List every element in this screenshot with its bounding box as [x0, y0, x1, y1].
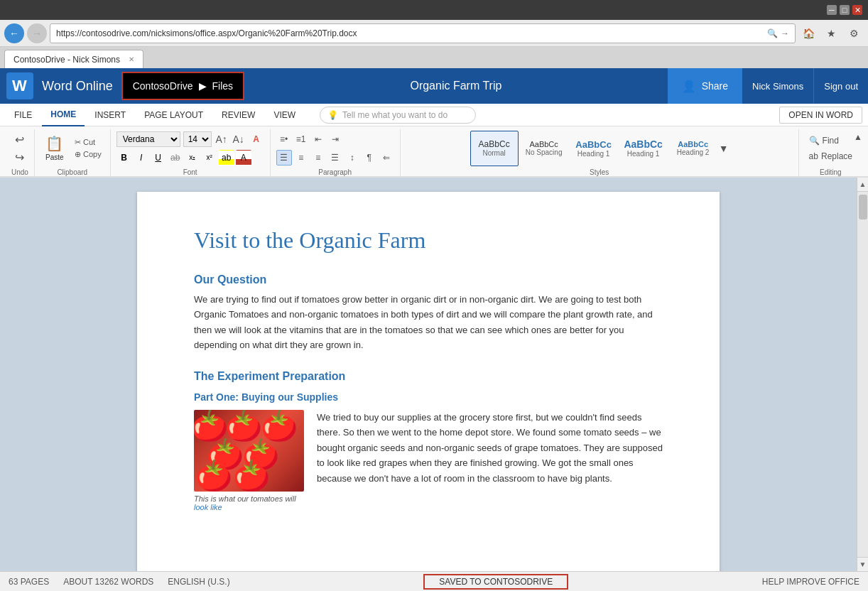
align-right-button[interactable]: ≡	[310, 150, 326, 166]
settings-icon[interactable]: ⚙	[844, 23, 864, 43]
forward-button[interactable]: →	[27, 23, 47, 43]
scrollbar[interactable]: ▲ ▼	[857, 178, 868, 571]
home-icon[interactable]: 🏠	[798, 23, 818, 43]
styles-gallery-arrow[interactable]: ▼	[719, 131, 729, 166]
highlight-button[interactable]: ab	[219, 150, 234, 166]
breadcrumb-separator: ▶	[199, 80, 207, 92]
sign-out-button[interactable]: Sign out	[813, 68, 868, 104]
show-paragraph-button[interactable]: ¶	[362, 150, 377, 166]
replace-label: Replace	[821, 151, 852, 161]
document-area: Visit to the Organic Farm Our Question W…	[0, 178, 868, 571]
undo-button[interactable]: ↩	[12, 131, 27, 148]
section2-content-row: 🍅 🍅 🍅 🍅 🍅 🍅 🍅 This is what our tomatoes …	[194, 410, 663, 511]
style-no-spacing-preview: AaBbCc	[529, 140, 558, 148]
subscript-button[interactable]: x₂	[185, 150, 200, 166]
favorites-icon[interactable]: ★	[821, 23, 841, 43]
style-no-spacing[interactable]: AaBbCc No Spacing	[520, 131, 568, 166]
section1-heading: Our Question	[194, 273, 663, 286]
undo-group: ↩ ↪ Undo	[6, 129, 35, 176]
open-in-word-button[interactable]: OPEN IN WORD	[779, 107, 862, 124]
line-spacing-button[interactable]: ↕	[345, 150, 360, 166]
tab-insert[interactable]: INSERT	[86, 104, 134, 126]
status-center: SAVED TO CONTOSODRIVE	[230, 574, 762, 590]
minimize-button[interactable]: ─	[827, 5, 837, 15]
share-button[interactable]: 👤 Share	[668, 68, 742, 104]
tab-review[interactable]: REVIEW	[213, 104, 264, 126]
section2-subsection: Part One: Buying our Supplies	[194, 391, 663, 403]
back-button[interactable]: ←	[4, 23, 24, 43]
grow-font-button[interactable]: A↑	[215, 132, 229, 146]
tell-me-area: 💡 Tell me what you want to do	[320, 107, 764, 124]
restore-button[interactable]: □	[840, 5, 850, 15]
close-button[interactable]: ✕	[852, 5, 862, 15]
align-center-button[interactable]: ≡	[293, 150, 309, 166]
go-button[interactable]: →	[781, 28, 789, 38]
scroll-track[interactable]	[857, 192, 869, 557]
share-label: Share	[702, 80, 728, 92]
image-caption-line2: look like	[194, 503, 222, 511]
justify-button[interactable]: ☰	[327, 150, 343, 166]
breadcrumb[interactable]: ContosoDrive ▶ Files	[121, 72, 244, 100]
style-heading2[interactable]: AaBbCc Heading 2	[669, 131, 717, 166]
paste-label: Paste	[45, 153, 64, 161]
cut-button[interactable]: ✂ Cut	[72, 137, 104, 148]
user-actions: Nick Simons Sign out	[742, 68, 868, 104]
tab-label: ContosoDrive - Nick Simons	[13, 55, 120, 65]
help-improve-button[interactable]: HELP IMPROVE OFFICE	[762, 577, 859, 587]
address-bar[interactable]: https://contosodrive.com/nicksimons/offi…	[50, 23, 796, 43]
tell-me-placeholder: Tell me what you want to do	[342, 110, 447, 120]
section2-body: We tried to buy our supplies at the groc…	[317, 410, 663, 486]
tab-close-icon[interactable]: ✕	[129, 55, 134, 63]
tell-me-input[interactable]: 💡 Tell me what you want to do	[320, 107, 476, 124]
redo-button[interactable]: ↪	[12, 149, 27, 166]
tab-contosodrive[interactable]: ContosoDrive - Nick Simons ✕	[4, 50, 143, 68]
scroll-thumb[interactable]	[859, 195, 867, 219]
style-heading1[interactable]: AaBbCc Heading 1	[570, 131, 618, 166]
tab-home[interactable]: HOME	[42, 104, 85, 126]
bold-button[interactable]: B	[116, 150, 132, 166]
style-h1-preview: AaBbCc	[575, 139, 612, 150]
font-group: Verdana 14 A↑ A↓ A B I U ab x	[111, 129, 271, 176]
copy-button[interactable]: ⊕ Copy	[72, 149, 104, 160]
tab-view[interactable]: VIEW	[265, 104, 304, 126]
font-group-label: Font	[183, 168, 197, 176]
scroll-up-button[interactable]: ▲	[857, 178, 869, 192]
ribbon-collapse-button[interactable]: ▲	[854, 132, 862, 142]
user-name[interactable]: Nick Simons	[742, 81, 813, 92]
shrink-font-button[interactable]: A↓	[232, 132, 246, 146]
style-h2-preview: AaBbCc	[678, 140, 708, 148]
ribbon-tab-bar: FILE HOME INSERT PAGE LAYOUT REVIEW VIEW…	[0, 104, 868, 126]
align-left-button[interactable]: ☰	[276, 150, 292, 166]
clear-format-button[interactable]: A	[249, 131, 264, 147]
style-heading1-bold[interactable]: AaBbCc Heading 1	[619, 131, 668, 166]
font-color-button[interactable]: A	[236, 150, 251, 166]
tab-page-layout[interactable]: PAGE LAYOUT	[136, 104, 212, 126]
rtl-button[interactable]: ⇐	[379, 150, 394, 166]
replace-button[interactable]: ab Replace	[805, 150, 857, 163]
strikethrough-button[interactable]: ab	[168, 150, 183, 166]
style-normal-name: Normal	[483, 149, 506, 157]
saved-status[interactable]: SAVED TO CONTOSODRIVE	[423, 574, 568, 590]
doc-main-heading: Visit to the Organic Farm	[194, 227, 663, 254]
style-normal[interactable]: AaBbCc Normal	[470, 131, 519, 166]
editing-group-label: Editing	[820, 168, 842, 176]
increase-indent-button[interactable]: ⇥	[327, 131, 343, 147]
scroll-down-button[interactable]: ▼	[857, 557, 869, 571]
section1-body: We are trying to find out if tomatoes gr…	[194, 292, 663, 353]
italic-button[interactable]: I	[134, 150, 149, 166]
replace-icon: ab	[809, 151, 818, 161]
underline-button[interactable]: U	[151, 150, 166, 166]
browser-nav: ← → https://contosodrive.com/nicksimons/…	[0, 20, 868, 47]
clipboard-group-label: Clipboard	[57, 168, 87, 176]
number-list-button[interactable]: ≡1	[293, 131, 309, 147]
font-size-select[interactable]: 14	[183, 131, 212, 147]
font-family-select[interactable]: Verdana	[116, 131, 180, 147]
tomato-image: 🍅 🍅 🍅 🍅 🍅 🍅 🍅	[194, 410, 304, 492]
paste-button[interactable]: 📋 Paste	[40, 133, 69, 164]
decrease-indent-button[interactable]: ⇤	[310, 131, 326, 147]
url-text: https://contosodrive.com/nicksimons/offi…	[56, 28, 764, 38]
find-button[interactable]: 🔍 Find	[805, 134, 857, 147]
tab-file[interactable]: FILE	[6, 104, 40, 126]
bullet-list-button[interactable]: ≡•	[276, 131, 292, 147]
superscript-button[interactable]: x²	[202, 150, 217, 166]
